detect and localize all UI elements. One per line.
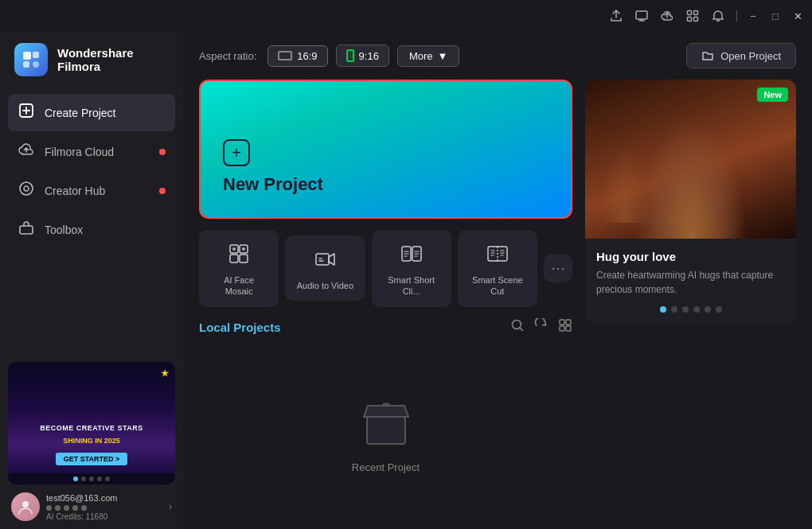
sidebar-item-filmora-cloud[interactable]: Filmora Cloud [8, 133, 175, 170]
new-project-card[interactable]: + New Project [199, 80, 572, 219]
new-badge: New [757, 88, 788, 102]
aspect-ratio-label: Aspect ratio: [199, 50, 256, 62]
svg-rect-6 [33, 52, 39, 58]
svg-rect-5 [23, 52, 31, 60]
titlebar: − □ ✕ [0, 0, 812, 32]
cloud-upload-icon[interactable] [660, 9, 674, 23]
smart-short-clip-icon [397, 239, 426, 268]
folder-icon [701, 49, 714, 62]
header-actions [510, 318, 572, 336]
grid-icon[interactable] [685, 9, 700, 23]
svg-rect-17 [240, 255, 248, 263]
user-profile: test056@163.com AI Credits: 11680 › [0, 484, 183, 529]
action-smart-short-cli[interactable]: Smart Short Cli... [372, 230, 451, 307]
user-social-icon-2 [55, 505, 61, 511]
titlebar-icons [609, 9, 737, 23]
user-social-icon-3 [64, 505, 69, 511]
aspect-9-16-label: 9:16 [359, 50, 379, 62]
smart-scene-cut-icon [483, 239, 512, 268]
promo-content: Hug your love Create heartwarming AI hug… [585, 239, 796, 324]
app-logo-icon [14, 43, 48, 76]
smart-short-clip-label: Smart Short Cli... [383, 274, 440, 298]
promo-dot-6 [716, 306, 722, 313]
empty-box-icon [354, 387, 418, 450]
user-expand-button[interactable]: › [169, 501, 172, 512]
promo-dot-3 [682, 306, 689, 313]
ai-face-mosaic-icon [224, 239, 253, 268]
promo-card: New Hug your love Create heartwarming AI… [585, 80, 796, 324]
bell-icon[interactable] [711, 9, 725, 23]
sidebar-item-create-project[interactable]: Create Project [8, 94, 175, 131]
promo-title: Hug your love [596, 250, 785, 263]
sidebar: Wondershare Filmora Create Project [0, 32, 183, 529]
local-projects-title: Local Projects [199, 321, 281, 334]
action-audio-to-video[interactable]: Audio to Video [285, 235, 365, 301]
creator-hub-notification-dot [159, 188, 166, 194]
aspect-9-16-icon [346, 49, 354, 62]
svg-point-8 [33, 61, 39, 68]
more-aspect-button[interactable]: More ▼ [397, 45, 460, 67]
share-icon[interactable] [609, 9, 623, 23]
svg-rect-3 [688, 18, 692, 21]
svg-rect-4 [694, 18, 698, 21]
create-project-icon [18, 103, 35, 123]
monitor-icon[interactable] [634, 9, 649, 23]
aspect-16-9-label: 16:9 [297, 50, 317, 62]
search-projects-button[interactable] [510, 318, 525, 336]
svg-point-13 [22, 501, 29, 508]
svg-rect-0 [636, 11, 647, 19]
sidebar-item-label: Creator Hub [45, 185, 105, 197]
user-info: test056@163.com AI Credits: 11680 [46, 493, 162, 521]
empty-state-text: Recent Project [352, 461, 420, 473]
svg-point-19 [242, 247, 245, 251]
more-actions-button[interactable]: ⋯ [544, 254, 572, 282]
topbar: Aspect ratio: 16:9 9:16 More ▼ Open Proj… [183, 32, 812, 80]
user-social-icon-5 [81, 505, 87, 511]
svg-point-18 [232, 247, 236, 251]
left-column: + New Project [199, 80, 572, 513]
action-ai-face-mosaic[interactable]: AI Face Mosaic [199, 230, 279, 307]
promo-description: Create heartwarming AI hugs that capture… [596, 268, 785, 297]
aspect-16-9-button[interactable]: 16:9 [267, 45, 327, 67]
action-smart-scene-cut[interactable]: Smart Scene Cut [458, 230, 537, 307]
banner-dot-3 [89, 476, 94, 481]
banner-get-started-button[interactable]: GET STARTED > [56, 453, 128, 465]
sidebar-item-toolbox[interactable]: Toolbox [8, 211, 175, 248]
user-social-icon-4 [72, 505, 78, 511]
svg-rect-1 [688, 11, 692, 15]
chevron-down-icon: ▼ [438, 50, 448, 62]
open-project-button[interactable]: Open Project [686, 43, 796, 68]
maximize-button[interactable]: □ [769, 10, 782, 22]
svg-rect-12 [20, 226, 33, 234]
audio-to-video-label: Audio to Video [297, 280, 353, 291]
new-project-label: New Project [223, 174, 548, 195]
banner-title-line2: SHINING IN 2025 [63, 437, 120, 445]
user-credits: AI Credits: 11680 [46, 512, 162, 521]
empty-state: Recent Project [199, 348, 572, 513]
svg-rect-25 [560, 320, 564, 325]
minimize-button[interactable]: − [747, 10, 759, 22]
open-project-label: Open Project [720, 50, 781, 62]
promo-dot-5 [705, 306, 711, 313]
banner-dots [8, 473, 175, 484]
smart-scene-cut-label: Smart Scene Cut [469, 274, 526, 298]
logo: Wondershare Filmora [0, 32, 183, 88]
banner-image: BECOME CREATIVE STARS SHINING IN 2025 GE… [8, 362, 175, 473]
filmora-cloud-notification-dot [159, 149, 166, 155]
product-name: Filmora [57, 60, 134, 73]
banner-dot-1 [73, 476, 78, 481]
window-controls: − □ ✕ [747, 10, 804, 22]
sidebar-item-creator-hub[interactable]: Creator Hub [8, 172, 175, 209]
sidebar-item-label: Filmora Cloud [45, 146, 114, 158]
sidebar-nav: Create Project Filmora Cloud [0, 94, 183, 248]
new-project-plus-icon: + [223, 139, 250, 166]
filmora-cloud-icon [18, 142, 35, 161]
aspect-9-16-button[interactable]: 9:16 [336, 45, 389, 67]
view-toggle-button[interactable] [558, 318, 572, 336]
refresh-projects-button[interactable] [534, 318, 548, 336]
ai-face-mosaic-label: AI Face Mosaic [210, 274, 267, 298]
close-button[interactable]: ✕ [791, 10, 804, 22]
logo-text: Wondershare Filmora [57, 46, 134, 73]
sidebar-item-label: Toolbox [45, 224, 83, 236]
svg-rect-2 [694, 11, 698, 15]
